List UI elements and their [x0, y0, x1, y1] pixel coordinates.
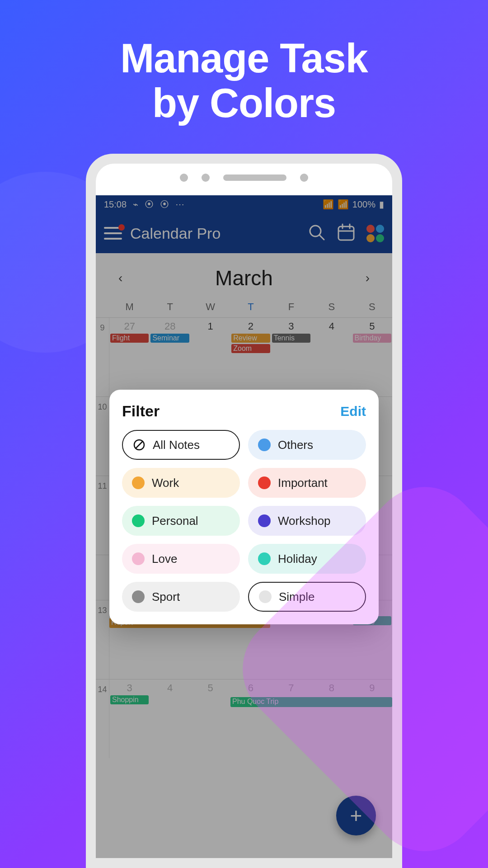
- calendar-day[interactable]: 8: [311, 679, 352, 758]
- filter-chip-label: Others: [278, 438, 313, 452]
- filter-chip-work[interactable]: Work: [122, 468, 240, 498]
- calendar-day[interactable]: 1: [311, 600, 352, 679]
- phone-earpiece: [96, 164, 392, 190]
- event-chip[interactable]: Family: [353, 616, 391, 625]
- filter-chip-important[interactable]: Important: [248, 468, 366, 498]
- filter-chip-all[interactable]: All Notes: [122, 430, 240, 460]
- color-dot-icon: [258, 514, 271, 527]
- color-dot-icon: [259, 590, 272, 603]
- color-dot-icon: [258, 439, 271, 451]
- color-dot-icon: [258, 552, 271, 565]
- filter-chip-label: Simple: [279, 590, 314, 604]
- calendar-day[interactable]: 31: [271, 600, 311, 679]
- filter-chip-simple[interactable]: Simple: [248, 582, 366, 612]
- phone-frame: 15:08 ⌁ ⦿ ⦿ ⋯ 📶 📶 100% ▮: [86, 154, 402, 868]
- filter-chip-love[interactable]: Love: [122, 544, 240, 574]
- marketing-headline: Manage Taskby Colors: [0, 36, 488, 126]
- color-dot-icon: [258, 476, 271, 489]
- filter-chip-sport[interactable]: Sport: [122, 582, 240, 612]
- filter-chip-workshop[interactable]: Workshop: [248, 506, 366, 536]
- filter-title: Filter: [122, 402, 160, 420]
- filter-chip-label: All Notes: [153, 438, 200, 452]
- filter-chip-label: Personal: [152, 514, 198, 528]
- no-filter-icon: [133, 439, 145, 451]
- filter-chip-label: Love: [152, 552, 177, 566]
- svg-line-10: [136, 441, 143, 448]
- filter-chip-label: Holiday: [278, 552, 317, 566]
- filter-chip-label: Sport: [152, 590, 180, 604]
- filter-chip-holiday[interactable]: Holiday: [248, 544, 366, 574]
- calendar-day[interactable]: 2 Family: [352, 600, 392, 679]
- color-dot-icon: [132, 590, 145, 603]
- filter-chip-personal[interactable]: Personal: [122, 506, 240, 536]
- color-dot-icon: [132, 476, 145, 489]
- filter-chip-label: Workshop: [278, 514, 331, 528]
- edit-filters-button[interactable]: Edit: [340, 404, 366, 419]
- filter-chip-label: Important: [278, 476, 328, 490]
- filter-dialog: Filter Edit All NotesOthersWorkImportant…: [109, 390, 379, 624]
- color-dot-icon: [132, 514, 145, 527]
- calendar-day[interactable]: 9: [352, 679, 392, 758]
- color-dot-icon: [132, 552, 145, 565]
- filter-chip-label: Work: [152, 476, 179, 490]
- filter-chip-others[interactable]: Others: [248, 430, 366, 460]
